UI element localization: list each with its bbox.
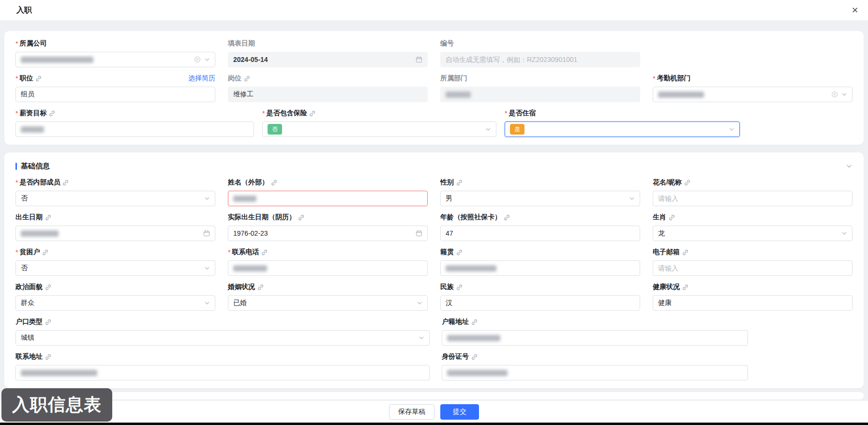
link-icon	[682, 249, 689, 256]
link-icon	[62, 179, 69, 186]
external-name-label: 姓名（外部）	[228, 178, 428, 187]
field-hukou-address: 户籍地址	[442, 317, 748, 346]
company-select[interactable]	[15, 52, 215, 67]
field-native-place: 籍贯	[440, 247, 640, 276]
lunar-birth-date-input[interactable]: 1976-02-23	[228, 226, 428, 241]
field-salary-target: 薪资目标	[15, 108, 254, 137]
serial-input	[440, 52, 640, 67]
section-title: 基础信息	[21, 162, 50, 171]
redacted-value	[446, 91, 471, 98]
contact-address-input[interactable]	[15, 365, 430, 380]
insurance-label: 是否包含保险	[262, 108, 496, 118]
accommodation-select[interactable]: 是	[505, 121, 740, 137]
external-name-input[interactable]	[228, 191, 428, 206]
poor-household-select[interactable]: 否	[15, 260, 215, 276]
insurance-select[interactable]: 否	[262, 121, 496, 137]
job-info-card: 所属公司 填表日期 2024-05-14 编号	[4, 31, 864, 145]
native-place-label: 籍贯	[440, 247, 640, 257]
attendance-dept-label: 考勤机部门	[653, 74, 853, 83]
field-id-number: 身份证号	[442, 352, 748, 380]
lunar-birth-date-label: 实际出生日期（阴历）	[228, 212, 428, 222]
chevron-down-icon[interactable]	[729, 126, 734, 132]
position-label: 职位 选择简历	[15, 74, 215, 83]
redacted-value	[233, 196, 256, 202]
chevron-down-icon[interactable]	[204, 57, 210, 62]
calendar-icon	[416, 56, 422, 63]
marital-status-select[interactable]: 已婚	[228, 295, 428, 311]
calendar-icon	[416, 230, 422, 237]
field-marital-status: 婚姻状况 已婚	[228, 282, 428, 311]
chevron-down-icon[interactable]	[841, 230, 847, 236]
field-department: 所属部门	[440, 74, 640, 102]
field-fill-date: 填表日期 2024-05-14	[228, 39, 428, 67]
clear-icon[interactable]	[194, 56, 201, 63]
field-nickname: 花名/昵称	[653, 178, 853, 206]
post-label: 岗位	[228, 74, 428, 83]
department-label: 所属部门	[440, 74, 640, 83]
hukou-type-label: 户口类型	[15, 317, 430, 327]
post-input: 维修工	[228, 87, 428, 102]
submit-button[interactable]: 提交	[440, 404, 479, 420]
redacted-value	[658, 91, 704, 98]
select-resume-link[interactable]: 选择简历	[188, 74, 215, 83]
serial-label: 编号	[440, 39, 640, 48]
email-input[interactable]	[653, 260, 853, 276]
nickname-input[interactable]	[653, 191, 853, 206]
gender-select[interactable]: 男	[440, 191, 640, 206]
salary-target-label: 薪资目标	[15, 108, 254, 118]
phone-input[interactable]	[228, 260, 428, 276]
salary-target-input[interactable]	[15, 121, 254, 137]
chevron-down-icon[interactable]	[417, 300, 422, 306]
ethnicity-input[interactable]	[440, 295, 640, 311]
chevron-down-icon[interactable]	[204, 265, 210, 271]
link-icon	[270, 179, 278, 186]
field-attendance-dept: 考勤机部门	[653, 74, 853, 102]
internal-member-select[interactable]: 否	[15, 191, 215, 206]
chevron-down-icon[interactable]	[204, 300, 210, 306]
company-label: 所属公司	[15, 39, 215, 48]
insurance-tag: 否	[268, 124, 282, 135]
field-phone: 联系电话	[228, 247, 428, 276]
hukou-address-input[interactable]	[442, 330, 748, 346]
id-number-input[interactable]	[442, 365, 748, 380]
birth-date-input[interactable]	[15, 226, 215, 241]
save-draft-button[interactable]: 保存草稿	[389, 404, 434, 420]
field-external-name: 姓名（外部）	[228, 178, 428, 206]
link-icon	[261, 249, 268, 256]
political-status-select[interactable]: 群众	[15, 295, 215, 311]
basic-info-section-header: 基础信息	[15, 161, 853, 171]
chevron-down-icon[interactable]	[204, 196, 210, 201]
link-icon	[35, 75, 42, 82]
chevron-down-icon[interactable]	[485, 126, 491, 132]
clear-icon[interactable]	[831, 91, 838, 98]
link-icon	[503, 214, 510, 221]
hukou-type-select[interactable]: 城镇	[15, 330, 430, 346]
health-status-input[interactable]	[653, 295, 853, 311]
ethnicity-label: 民族	[440, 282, 640, 292]
internal-member-label: 是否内部成员	[15, 178, 215, 187]
redacted-value	[21, 370, 97, 376]
chevron-down-icon[interactable]	[629, 196, 635, 201]
native-place-input[interactable]	[440, 260, 640, 276]
chevron-down-icon[interactable]	[841, 91, 847, 97]
chevron-down-icon[interactable]	[419, 335, 424, 341]
link-icon	[298, 214, 305, 221]
close-icon[interactable]: ✕	[849, 4, 861, 16]
section-accent-bar	[15, 163, 17, 170]
attendance-dept-select[interactable]	[653, 87, 853, 102]
field-zodiac: 生肖 龙	[653, 212, 853, 241]
position-input[interactable]	[15, 87, 215, 102]
basic-info-card: 基础信息 是否内部成员 否 姓名（外部）	[4, 152, 864, 388]
field-birth-date: 出生日期	[15, 212, 215, 241]
zodiac-label: 生肖	[653, 212, 853, 222]
field-ethnicity: 民族	[440, 282, 640, 311]
collapse-chevron-icon[interactable]	[846, 163, 853, 169]
field-gender: 性别 男	[440, 178, 640, 206]
link-icon	[45, 353, 52, 361]
age-input[interactable]	[440, 226, 640, 241]
field-health-status: 健康状况	[653, 282, 853, 311]
link-icon	[684, 179, 691, 186]
zodiac-select[interactable]: 龙	[653, 226, 853, 241]
political-status-label: 政治面貌	[15, 282, 215, 292]
window-bottom-edge	[0, 423, 868, 425]
